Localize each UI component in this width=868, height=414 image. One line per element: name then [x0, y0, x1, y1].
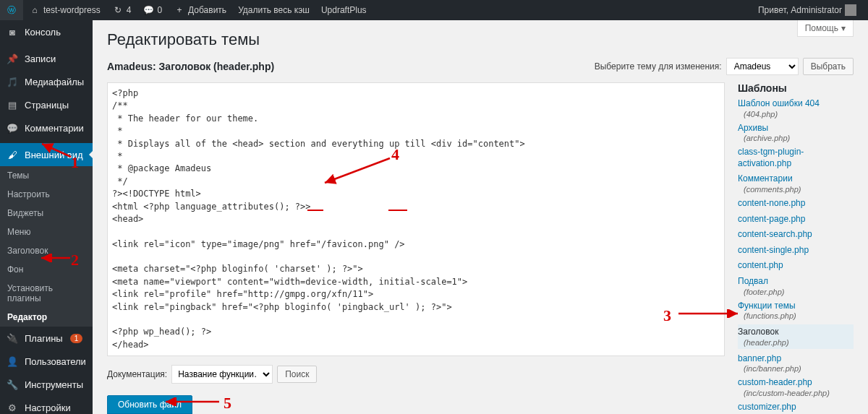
template-link: content.php — [738, 260, 854, 272]
documentation-label: Документация: — [107, 369, 167, 379]
updates-count: 4 — [127, 5, 132, 15]
template-item[interactable]: custom-header.php(inc/custom-header.php) — [738, 377, 854, 397]
pin-icon: 📌 — [6, 52, 19, 65]
site-name: test-wordpress — [43, 5, 101, 15]
template-item[interactable]: Архивы(archive.php) — [738, 123, 854, 143]
sidebar-item-users[interactable]: 👤Пользователи — [0, 350, 93, 373]
template-file: (inc/custom-header.php) — [738, 389, 854, 397]
template-link: content-search.php — [738, 229, 854, 241]
documentation-search-button[interactable]: Поиск — [277, 366, 317, 383]
help-tab[interactable]: Помощь▾ — [797, 20, 854, 37]
template-item[interactable]: class-tgm-plugin-activation.php — [738, 147, 854, 169]
template-item[interactable]: banner.php(inc/banner.php) — [738, 353, 854, 374]
template-item[interactable]: content.php — [738, 260, 854, 272]
template-link: Заголовок — [738, 327, 854, 338]
template-link: content-none.php — [738, 198, 854, 210]
updates-button[interactable]: ↻4 — [106, 0, 137, 20]
template-link: Комментарии — [738, 173, 854, 185]
page-title: Редактировать темы — [107, 30, 854, 49]
template-item[interactable]: content-page.php — [738, 214, 854, 225]
theme-select[interactable]: Amadeus — [726, 58, 799, 75]
template-file: (comments.php) — [738, 185, 854, 194]
template-item[interactable]: content-single.php — [738, 245, 854, 256]
site-home-button[interactable]: ⌂test-wordpress — [23, 0, 106, 20]
theme-select-label: Выберите тему для изменения: — [595, 61, 722, 72]
submenu-editor[interactable]: Редактор — [0, 308, 93, 327]
select-theme-button[interactable]: Выбрать — [803, 58, 854, 75]
pages-icon: ▤ — [6, 98, 19, 111]
template-link: banner.php — [738, 353, 854, 365]
sidebar-item-comments[interactable]: 💬Комментарии — [0, 116, 93, 139]
main-content: Помощь▾ Редактировать темы Amadeus: Заго… — [93, 20, 868, 414]
submenu-menus[interactable]: Меню — [0, 223, 93, 241]
submenu-header[interactable]: Заголовок — [0, 241, 93, 260]
sidebar-item-settings[interactable]: ⚙Настройки — [0, 396, 93, 414]
chevron-down-icon: ▾ — [841, 23, 846, 33]
submenu-background[interactable]: Фон — [0, 260, 93, 279]
template-link: Подвал — [738, 276, 854, 288]
template-link: Функции темы — [738, 301, 854, 312]
wordpress-icon: ⓦ — [6, 4, 17, 16]
comments-count: 0 — [157, 5, 162, 15]
sidebar-item-media[interactable]: 🎵Медиафайлы — [0, 70, 93, 93]
template-item[interactable]: Комментарии(comments.php) — [738, 173, 854, 194]
admin-toolbar: ⓦ ⌂test-wordpress ↻4 💬0 +Добавить Удалит… — [0, 0, 868, 20]
template-link: class-tgm-plugin-activation.php — [738, 147, 854, 169]
account-button[interactable]: Привет, Administrator — [752, 0, 862, 20]
code-editor[interactable] — [107, 82, 725, 356]
greeting: Привет, Administrator — [758, 5, 842, 15]
add-new-button[interactable]: +Добавить — [168, 0, 232, 20]
template-item[interactable]: customizer.php(inc/customizer.php) — [738, 402, 854, 414]
template-file: (header.php) — [738, 338, 854, 347]
refresh-icon: ↻ — [112, 4, 124, 16]
file-subhead: Amadeus: Заголовок (header.php) — [107, 61, 274, 72]
sidebar-item-posts[interactable]: 📌Записи — [0, 47, 93, 70]
comments-icon: 💬 — [6, 121, 19, 134]
plugin-icon: 🔌 — [6, 332, 19, 345]
comment-icon: 💬 — [142, 4, 154, 16]
template-file: (footer.php) — [738, 288, 854, 296]
updraft-button[interactable]: UpdraftPlus — [315, 0, 373, 20]
media-icon: 🎵 — [6, 75, 19, 88]
template-link: Архивы — [738, 123, 854, 134]
sidebar-submenu-appearance: Темы Настроить Виджеты Меню Заголовок Фо… — [0, 166, 93, 327]
templates-panel: Шаблоны Шаблон ошибки 404(404.php)Архивы… — [738, 82, 854, 414]
template-item[interactable]: content-none.php — [738, 198, 854, 210]
sidebar-item-console[interactable]: ◙Консоль — [0, 20, 93, 43]
submenu-install-plugins[interactable]: Установить плагины — [0, 279, 93, 308]
add-new-label: Добавить — [188, 5, 226, 15]
template-item[interactable]: Функции темы(functions.php) — [738, 301, 854, 321]
sidebar-item-plugins[interactable]: 🔌Плагины1 — [0, 327, 93, 350]
template-link: custom-header.php — [738, 377, 854, 389]
template-item[interactable]: Подвал(footer.php) — [738, 276, 854, 296]
user-icon: 👤 — [6, 355, 19, 368]
wrench-icon: 🔧 — [6, 378, 19, 391]
wp-logo-button[interactable]: ⓦ — [0, 0, 23, 20]
sidebar-item-tools[interactable]: 🔧Инструменты — [0, 373, 93, 396]
template-link: content-single.php — [738, 245, 854, 256]
submenu-customize[interactable]: Настроить — [0, 185, 93, 204]
brush-icon: 🖌 — [6, 148, 19, 161]
template-item[interactable]: content-search.php — [738, 229, 854, 241]
submenu-themes[interactable]: Темы — [0, 166, 93, 185]
admin-sidebar: ◙Консоль 📌Записи 🎵Медиафайлы ▤Страницы 💬… — [0, 20, 93, 414]
comments-button[interactable]: 💬0 — [137, 0, 168, 20]
template-link: customizer.php — [738, 402, 854, 413]
avatar — [845, 4, 856, 16]
template-file: (404.php) — [738, 110, 854, 118]
plus-icon: + — [174, 4, 185, 16]
update-file-button[interactable]: Обновить файл — [107, 395, 192, 414]
template-link: Шаблон ошибки 404 — [738, 98, 854, 110]
submenu-widgets[interactable]: Виджеты — [0, 204, 93, 223]
clear-cache-button[interactable]: Удалить весь кэш — [232, 0, 315, 20]
sliders-icon: ⚙ — [6, 401, 19, 414]
template-item[interactable]: Шаблон ошибки 404(404.php) — [738, 98, 854, 118]
template-link: content-page.php — [738, 214, 854, 225]
sidebar-item-appearance[interactable]: 🖌Внешний вид — [0, 143, 93, 166]
sidebar-item-pages[interactable]: ▤Страницы — [0, 93, 93, 116]
dashboard-icon: ◙ — [6, 25, 19, 38]
templates-heading: Шаблоны — [738, 82, 854, 94]
documentation-select[interactable]: Название функции… — [171, 365, 273, 384]
plugins-badge: 1 — [70, 334, 83, 343]
template-item[interactable]: Заголовок(header.php) — [738, 324, 854, 349]
